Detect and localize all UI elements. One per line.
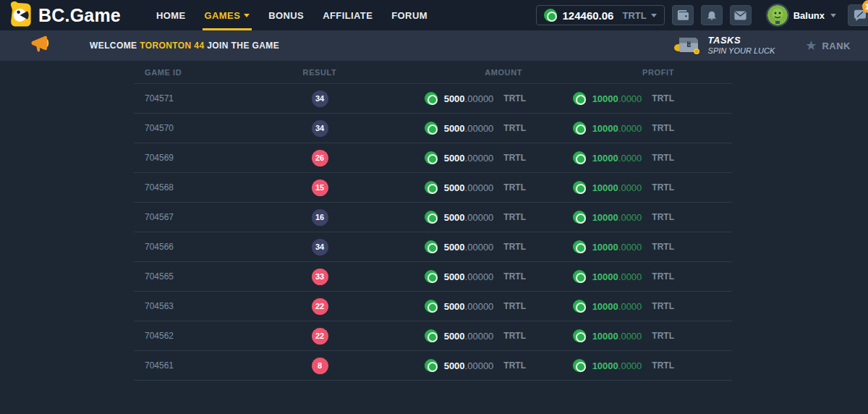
amount-cell: 5000.00000 TRTL [374,329,526,342]
amount-value: 5000.00000 [444,93,494,104]
table-row[interactable]: 704562 22 5000.00000 TRTL 10000.0000 TRT… [134,321,732,351]
profit-cell: 10000.0000 TRTL [526,240,732,253]
amount-cell: 5000.00000 TRTL [374,122,526,135]
profit-currency: TRTL [652,93,674,104]
profit-currency: TRTL [652,271,674,282]
profit-cell: 10000.0000 TRTL [526,300,732,313]
treasure-chest-icon [672,33,701,58]
table-row[interactable]: 704563 22 5000.00000 TRTL 10000.0000 TRT… [134,292,732,321]
amount-currency: TRTL [503,360,526,371]
nav-label: FORUM [391,10,427,21]
game-id-cell: 704565 [134,271,265,282]
result-badge: 34 [312,120,328,137]
brand-name: BC.Game [38,5,121,26]
table-row[interactable]: 704565 33 5000.00000 TRTL 10000.0000 TRT… [134,262,732,292]
game-id-cell: 704566 [134,242,265,252]
trtl-coin-icon [573,181,586,194]
trtl-coin-icon [573,211,586,224]
header-result: RESULT [265,68,374,77]
trtl-coin-icon [425,211,438,224]
amount-cell: 5000.00000 TRTL [374,181,526,194]
nav-item-forum[interactable]: FORUM [382,0,437,30]
table-row[interactable]: 704568 15 5000.00000 TRTL 10000.0000 TRT… [134,173,732,203]
rank-widget[interactable]: ★ RANK [805,39,851,52]
result-cell: 26 [265,150,374,166]
game-id-cell: 704571 [134,93,265,104]
nav-item-affiliate[interactable]: AFFILIATE [313,0,382,30]
bell-icon [706,9,718,21]
result-badge: 15 [312,179,328,196]
nav-item-games[interactable]: GAMES [195,0,260,30]
chat-button[interactable]: 10 [848,4,868,26]
table-row[interactable]: 704561 8 5000.00000 TRTL 10000.0000 TRTL [134,351,732,381]
profit-currency: TRTL [652,301,674,311]
table-row[interactable]: 704566 34 5000.00000 TRTL 10000.0000 TRT… [134,232,732,262]
amount-cell: 5000.00000 TRTL [374,270,526,283]
game-id-cell: 704569 [134,153,265,163]
amount-cell: 5000.00000 TRTL [374,211,526,224]
trtl-coin-icon [425,359,438,372]
balance-selector[interactable]: 124460.06 TRTL [536,5,665,25]
nav-right-cluster: 124460.06 TRTL [536,4,868,26]
nav-label: HOME [156,10,186,21]
balance-value: 124460.06 [563,9,614,22]
balance-currency: TRTL [622,10,656,21]
amount-cell: 5000.00000 TRTL [374,92,526,105]
nav-item-home[interactable]: HOME [147,0,195,30]
top-navigation-bar: BC.Game HOME GAMES BONUS AFFILIATE FORUM [0,0,868,30]
game-id-cell: 704568 [134,182,265,193]
messages-button[interactable] [730,5,752,25]
profit-value: 10000.0000 [592,331,642,342]
profit-cell: 10000.0000 TRTL [526,122,732,135]
table-row[interactable]: 704570 34 5000.00000 TRTL 10000.0000 TRT… [134,114,732,143]
trtl-coin-icon [573,240,586,253]
tasks-widget[interactable]: TASKS SPIN YOUR LUCK [672,33,775,58]
tasks-subtitle: SPIN YOUR LUCK [708,46,775,56]
result-cell: 33 [265,269,374,285]
announcement: WELCOME TORONTON 44 JOIN THE GAME [30,35,279,56]
amount-value: 5000.00000 [444,271,494,282]
table-body: 704571 34 5000.00000 TRTL 10000.0000 TRT… [134,84,732,381]
trtl-coin-icon [573,270,586,283]
brand-logo[interactable]: BC.Game [9,1,121,30]
result-cell: 8 [265,358,374,374]
amount-currency: TRTL [503,212,526,222]
game-id-cell: 704563 [134,301,265,311]
profit-cell: 10000.0000 TRTL [526,181,732,194]
wallet-button[interactable] [672,5,694,25]
game-id-cell: 704570 [134,123,265,133]
amount-currency: TRTL [503,301,526,311]
main-nav: HOME GAMES BONUS AFFILIATE FORUM [147,0,437,30]
trtl-coin-icon [425,181,438,194]
result-badge: 34 [312,239,328,255]
trtl-coin-icon [425,122,438,135]
result-badge: 33 [312,269,328,285]
chevron-down-icon [651,14,657,17]
profit-cell: 10000.0000 TRTL [526,151,732,164]
avatar [767,5,788,25]
table-row[interactable]: 704571 34 5000.00000 TRTL 10000.0000 TRT… [134,84,732,114]
profit-currency: TRTL [652,123,674,133]
result-badge: 22 [312,328,328,345]
notifications-button[interactable] [701,5,723,25]
trtl-coin-icon [544,9,557,22]
user-menu[interactable]: Balunx [767,5,836,25]
profit-currency: TRTL [652,360,674,371]
result-cell: 22 [265,328,374,345]
nav-item-bonus[interactable]: BONUS [259,0,313,30]
trtl-coin-icon [425,329,438,342]
profit-cell: 10000.0000 TRTL [526,329,732,342]
profit-cell: 10000.0000 TRTL [526,92,732,105]
table-row[interactable]: 704569 26 5000.00000 TRTL 10000.0000 TRT… [134,143,732,173]
table-row[interactable]: 704567 16 5000.00000 TRTL 10000.0000 TRT… [134,203,732,232]
profit-cell: 10000.0000 TRTL [526,270,732,283]
trtl-coin-icon [573,359,586,372]
tasks-title: TASKS [708,35,775,46]
trtl-coin-icon [573,300,586,313]
game-id-cell: 704561 [134,360,265,371]
amount-currency: TRTL [503,93,526,104]
profit-currency: TRTL [652,212,674,222]
trtl-coin-icon [425,270,438,283]
profit-value: 10000.0000 [592,93,642,104]
trtl-coin-icon [573,151,586,164]
